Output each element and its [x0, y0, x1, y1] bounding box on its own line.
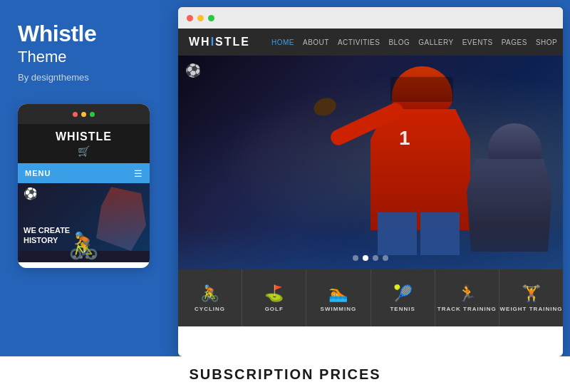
mobile-menu-label: MENU [25, 169, 51, 177]
nav-gallery[interactable]: GALLERY [418, 38, 453, 46]
activity-cycling[interactable]: 🚴 CYCLING [178, 269, 242, 326]
activities-bar: 🚴 CYCLING ⛳ GOLF 🏊 SWIMMING 🎾 TENNIS 🏃 T… [178, 269, 563, 326]
chrome-dot-green[interactable] [208, 15, 214, 21]
mobile-dot-green [90, 112, 95, 117]
track-activity-icon: 🏃 [457, 284, 477, 303]
hero-soccer-icon: ⚽ [185, 63, 201, 78]
tennis-activity-icon: 🎾 [393, 284, 413, 303]
browser-navbar: WHISTLE HOME ABOUT ACTIVITIES BLOG GALLE… [178, 29, 563, 56]
jersey-number: 1 [399, 127, 410, 150]
face-guard [390, 77, 453, 102]
hero-dot-4[interactable] [383, 255, 388, 261]
nav-shop[interactable]: SHOP [536, 38, 557, 46]
activity-golf[interactable]: ⛳ GOLF [242, 269, 306, 326]
mobile-dot-red [73, 112, 78, 117]
mobile-mockup: WHISTLE 🛒 MENU ☰ ⚽ WE CREATEHISTORY 🚴 [18, 104, 150, 268]
nav-links: HOME ABOUT ACTIVITIES BLOG GALLERY EVENT… [271, 38, 563, 46]
activity-weight[interactable]: 🏋 WEIGHT TRAINING [499, 269, 563, 326]
swimming-label: SWIMMING [321, 306, 357, 312]
hamburger-icon[interactable]: ☰ [134, 168, 142, 179]
browser-chrome [178, 7, 563, 29]
cycling-activity-icon: 🚴 [200, 284, 219, 303]
mobile-hero-text: WE CREATEHISTORY [24, 225, 70, 246]
subscription-section: SUBSCRIPTION PRICES [0, 356, 570, 392]
mobile-cart-icon: 🛒 [78, 145, 90, 157]
swimming-activity-icon: 🏊 [328, 284, 348, 303]
nav-events[interactable]: EVENTS [462, 38, 493, 46]
browser-window: WHISTLE HOME ABOUT ACTIVITIES BLOG GALLE… [178, 7, 563, 356]
nav-logo: WHISTLE [189, 36, 250, 48]
soccer-ball-icon: ⚽ [24, 187, 38, 200]
mobile-dot-yellow [81, 112, 86, 117]
weight-activity-icon: 🏋 [522, 284, 541, 303]
brand-by: By designthemes [18, 72, 150, 83]
mobile-logo-area: WHISTLE 🛒 [18, 124, 150, 163]
hero-dot-3[interactable] [373, 255, 378, 261]
hero-bottom-glow [178, 227, 563, 269]
nav-home[interactable]: HOME [271, 38, 294, 46]
nav-pages[interactable]: PAGES [502, 38, 527, 46]
football [311, 95, 338, 118]
nav-blog[interactable]: BLOG [388, 38, 410, 46]
mobile-logo: WHISTLE [56, 130, 112, 143]
golf-label: GOLF [265, 306, 284, 312]
nav-about[interactable]: ABOUT [303, 38, 329, 46]
hero-dot-1[interactable] [353, 255, 358, 261]
weight-label: WEIGHT TRAINING [500, 306, 563, 312]
mobile-chrome-bar [18, 104, 150, 124]
cycling-label: CYCLING [195, 306, 225, 312]
brand-name: Whistle [18, 21, 150, 46]
tennis-label: TENNIS [390, 306, 415, 312]
hero-pagination-dots [353, 255, 388, 261]
activity-track[interactable]: 🏃 TRACK TRAINING [435, 269, 499, 326]
track-label: TRACK TRAINING [437, 306, 497, 312]
brand-subtitle: Theme [18, 48, 150, 66]
hero-dot-2[interactable] [363, 255, 368, 261]
subscription-title: SUBSCRIPTION PRICES [189, 366, 380, 383]
hero-section: ⚽ 1 [178, 56, 563, 269]
chrome-dot-yellow[interactable] [197, 15, 204, 21]
nav-activities[interactable]: ACTIVITIES [338, 38, 380, 46]
cycling-icon: 🚴 [68, 231, 100, 261]
activity-tennis[interactable]: 🎾 TENNIS [371, 269, 435, 326]
activity-swimming[interactable]: 🏊 SWIMMING [306, 269, 370, 326]
chrome-dot-red[interactable] [187, 15, 193, 21]
mobile-menu-bar[interactable]: MENU ☰ [18, 163, 150, 183]
golf-activity-icon: ⛳ [264, 284, 284, 303]
left-panel: Whistle Theme By designthemes WHISTLE 🛒 … [0, 0, 164, 392]
